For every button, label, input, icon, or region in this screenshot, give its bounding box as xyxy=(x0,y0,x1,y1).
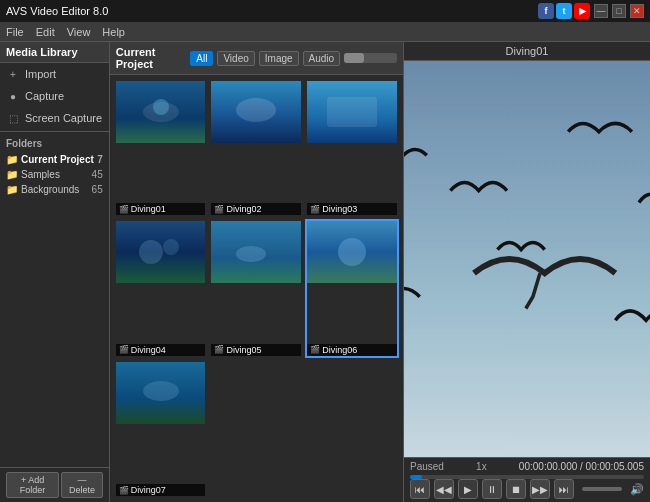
thumb-image-diving05 xyxy=(211,221,301,283)
menu-bar: File Edit View Help xyxy=(0,22,650,42)
import-button[interactable]: + Import xyxy=(0,63,109,85)
media-library-panel: Media Library + Import ● Capture ⬚ Scree… xyxy=(0,42,110,502)
folder-backgrounds[interactable]: 📁 Backgrounds 65 xyxy=(6,182,103,197)
stop-button[interactable]: ⏹ xyxy=(506,479,526,499)
main-layout: Media Library + Import ● Capture ⬚ Scree… xyxy=(0,42,650,502)
menu-file[interactable]: File xyxy=(6,26,24,38)
import-icon: + xyxy=(6,67,20,81)
preview-panel: Diving01 xyxy=(404,42,650,502)
delete-folder-button[interactable]: — Delete xyxy=(61,472,103,498)
svg-rect-9 xyxy=(404,61,650,457)
filter-video[interactable]: Video xyxy=(217,51,254,66)
thumbnail-diving04[interactable]: 🎬 Diving04 xyxy=(114,219,208,357)
media-library-title: Media Library xyxy=(0,42,109,63)
thumb-label-diving02: 🎬 Diving02 xyxy=(211,203,301,215)
folder-icon: 📁 xyxy=(6,169,18,180)
media-grid: 🎬 Diving01 🎬 Diving02 🎬 D xyxy=(110,75,403,502)
twitter-icon[interactable]: t xyxy=(556,3,572,19)
playback-status: Paused xyxy=(410,461,444,472)
add-folder-button[interactable]: + Add Folder xyxy=(6,472,59,498)
playback-speed: 1x xyxy=(476,461,487,472)
preview-video xyxy=(404,61,650,457)
time-bar: Paused 1x 00:00:00.000 / 00:00:05.005 xyxy=(410,461,644,472)
menu-view[interactable]: View xyxy=(67,26,91,38)
app-title: AVS Video Editor 8.0 xyxy=(6,5,108,17)
filter-audio[interactable]: Audio xyxy=(303,51,341,66)
preview-title: Diving01 xyxy=(404,42,650,61)
skip-to-start-button[interactable]: ⏮ xyxy=(410,479,430,499)
thumb-image-diving03 xyxy=(307,81,397,143)
capture-button[interactable]: ● Capture xyxy=(0,85,109,107)
thumb-label-diving04: 🎬 Diving04 xyxy=(116,344,206,356)
project-panel: Current Project All Video Image Audio 🎬 … xyxy=(110,42,404,502)
volume-icon: 🔊 xyxy=(630,483,644,496)
title-bar: AVS Video Editor 8.0 f t ▶ — □ ✕ xyxy=(0,0,650,22)
thumb-label-diving05: 🎬 Diving05 xyxy=(211,344,301,356)
maximize-button[interactable]: □ xyxy=(612,4,626,18)
thumbnail-diving01[interactable]: 🎬 Diving01 xyxy=(114,79,208,217)
svg-point-6 xyxy=(236,246,266,262)
thumbnail-diving06[interactable]: 🎬 Diving06 xyxy=(305,219,399,357)
preview-area xyxy=(404,61,650,457)
folders-section: Folders 📁 Current Project 7 📁 Samples 45… xyxy=(0,134,109,201)
folder-samples[interactable]: 📁 Samples 45 xyxy=(6,167,103,182)
svg-point-8 xyxy=(143,381,179,401)
folder-buttons: + Add Folder — Delete xyxy=(0,467,109,502)
title-bar-left: AVS Video Editor 8.0 xyxy=(6,5,108,17)
facebook-icon[interactable]: f xyxy=(538,3,554,19)
close-button[interactable]: ✕ xyxy=(630,4,644,18)
svg-point-5 xyxy=(163,239,179,255)
thumbnail-diving03[interactable]: 🎬 Diving03 xyxy=(305,79,399,217)
scrollbar-thumb xyxy=(344,53,364,63)
folders-title: Folders xyxy=(6,138,103,149)
menu-edit[interactable]: Edit xyxy=(36,26,55,38)
filter-image[interactable]: Image xyxy=(259,51,299,66)
thumbnail-scrollbar[interactable] xyxy=(344,53,397,63)
filter-all[interactable]: All xyxy=(190,51,213,66)
youtube-icon[interactable]: ▶ xyxy=(574,3,590,19)
title-bar-right: f t ▶ — □ ✕ xyxy=(538,3,644,19)
folder-icon: 📁 xyxy=(6,154,18,165)
svg-rect-3 xyxy=(327,97,377,127)
time-display: 00:00:00.000 / 00:00:05.005 xyxy=(519,461,644,472)
project-title: Current Project xyxy=(116,46,187,70)
screen-capture-icon: ⬚ xyxy=(6,111,20,125)
thumb-image-diving01 xyxy=(116,81,206,143)
social-icons: f t ▶ xyxy=(538,3,590,19)
thumb-label-diving06: 🎬 Diving06 xyxy=(307,344,397,356)
project-header: Current Project All Video Image Audio xyxy=(110,42,403,75)
thumbnail-diving07[interactable]: 🎬 Diving07 xyxy=(114,360,208,498)
thumb-label-diving03: 🎬 Diving03 xyxy=(307,203,397,215)
pause-button[interactable]: ⏸ xyxy=(482,479,502,499)
volume-slider[interactable] xyxy=(582,487,622,491)
skip-to-end-button[interactable]: ⏭ xyxy=(554,479,574,499)
fast-forward-button[interactable]: ▶▶ xyxy=(530,479,550,499)
svg-point-1 xyxy=(153,99,169,115)
play-button[interactable]: ▶ xyxy=(458,479,478,499)
thumb-label-diving01: 🎬 Diving01 xyxy=(116,203,206,215)
thumb-image-diving04 xyxy=(116,221,206,283)
minimize-button[interactable]: — xyxy=(594,4,608,18)
thumb-image-diving06 xyxy=(307,221,397,283)
thumb-label-diving07: 🎬 Diving07 xyxy=(116,484,206,496)
thumb-image-diving07 xyxy=(116,362,206,424)
thumb-image-diving02 xyxy=(211,81,301,143)
svg-point-2 xyxy=(236,98,276,122)
svg-point-7 xyxy=(338,238,366,266)
rewind-button[interactable]: ◀◀ xyxy=(434,479,454,499)
preview-controls: Paused 1x 00:00:00.000 / 00:00:05.005 ⏮ … xyxy=(404,457,650,502)
capture-icon: ● xyxy=(6,89,20,103)
thumbnail-diving05[interactable]: 🎬 Diving05 xyxy=(209,219,303,357)
divider xyxy=(0,131,109,132)
svg-point-4 xyxy=(139,240,163,264)
folder-icon: 📁 xyxy=(6,184,18,195)
folder-current-project[interactable]: 📁 Current Project 7 xyxy=(6,152,103,167)
playback-controls: ⏮ ◀◀ ▶ ⏸ ⏹ ▶▶ ⏭ 🔊 xyxy=(410,479,644,499)
menu-help[interactable]: Help xyxy=(102,26,125,38)
screen-capture-button[interactable]: ⬚ Screen Capture xyxy=(0,107,109,129)
thumbnail-diving02[interactable]: 🎬 Diving02 xyxy=(209,79,303,217)
